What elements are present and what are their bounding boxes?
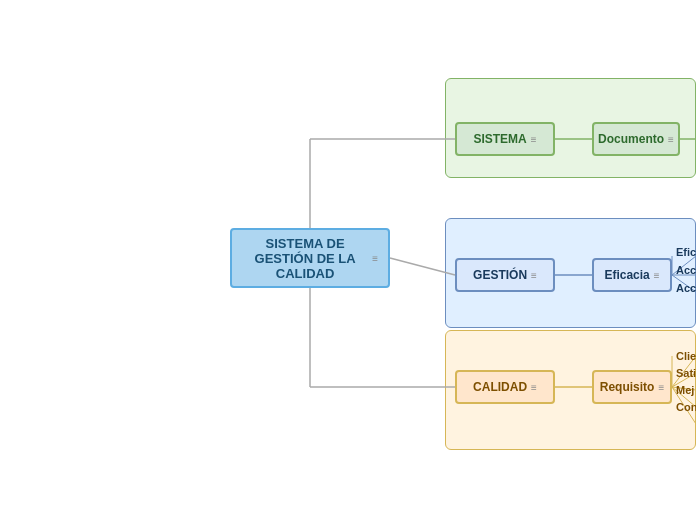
central-node[interactable]: SISTEMA DE GESTIÓN DE LA CALIDAD ≡ (230, 228, 390, 288)
calidad-icon: ≡ (531, 382, 537, 393)
documento-node[interactable]: Documento ≡ (592, 122, 680, 156)
central-icon: ≡ (372, 253, 378, 264)
leaf-mej: Mej (676, 384, 694, 396)
requisito-node[interactable]: Requisito ≡ (592, 370, 672, 404)
eficacia-icon: ≡ (654, 270, 660, 281)
leaf-clie: Clie (676, 350, 696, 362)
leaf-con: Con (676, 401, 696, 413)
mindmap-canvas: SISTEMA DE GESTIÓN DE LA CALIDAD ≡ SISTE… (0, 0, 696, 520)
leaf-sati: Sati (676, 367, 696, 379)
gestion-label: GESTIÓN (473, 268, 527, 282)
leaf-acc1: Acc (676, 264, 696, 276)
leaf-acc2: Acc (676, 282, 696, 294)
leaf-efic: Efic (676, 246, 696, 258)
gestion-icon: ≡ (531, 270, 537, 281)
requisito-icon: ≡ (658, 382, 664, 393)
sistema-label: SISTEMA (473, 132, 526, 146)
documento-icon: ≡ (668, 134, 674, 145)
sistema-icon: ≡ (531, 134, 537, 145)
eficacia-node[interactable]: Eficacia ≡ (592, 258, 672, 292)
central-label: SISTEMA DE GESTIÓN DE LA CALIDAD (242, 236, 368, 281)
calidad-label: CALIDAD (473, 380, 527, 394)
calidad-node[interactable]: CALIDAD ≡ (455, 370, 555, 404)
sistema-node[interactable]: SISTEMA ≡ (455, 122, 555, 156)
requisito-label: Requisito (600, 380, 655, 394)
eficacia-label: Eficacia (604, 268, 649, 282)
documento-label: Documento (598, 132, 664, 146)
gestion-node[interactable]: GESTIÓN ≡ (455, 258, 555, 292)
